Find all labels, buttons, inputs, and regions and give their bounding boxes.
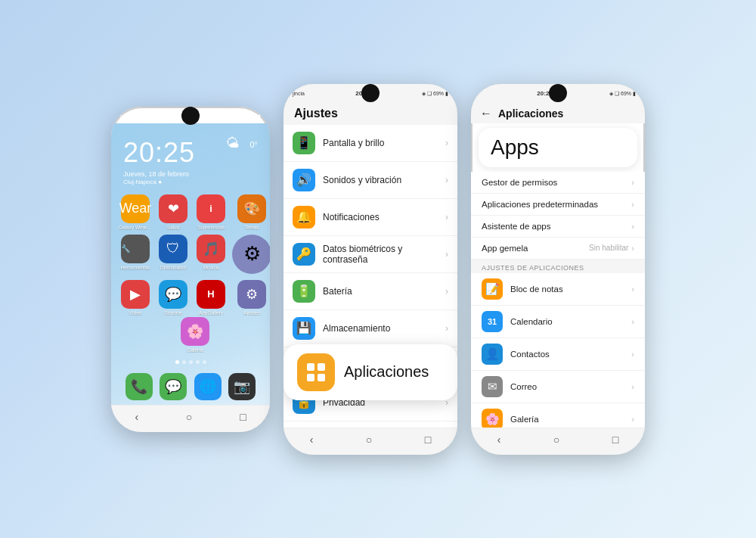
- optimizador-icon: 🛡: [159, 235, 187, 263]
- home-location: Cluj-Napoca ●: [123, 179, 258, 185]
- app-row-bloc[interactable]: 📝 Bloc de notas ›: [471, 273, 645, 306]
- status-right-2: ◈ ❑ 69% ▮: [422, 91, 448, 97]
- app-ajustes-grid[interactable]: ⚙: [232, 235, 270, 275]
- ajustes-icon: ⚙: [237, 280, 266, 309]
- settings-item-bateria[interactable]: 🔋 Batería ›: [284, 273, 457, 310]
- phone-home: ψ ⑤ ▶ ▲ 网4 20:25 ◈ ❑ 69% ▮ 🌤 20:25 Jueve…: [111, 107, 270, 432]
- nav-square-2[interactable]: □: [425, 434, 431, 446]
- svg-rect-2: [307, 374, 314, 381]
- settings-header: Ajustes: [284, 101, 457, 125]
- settings-item-almacenamiento[interactable]: 💾 Almacenamiento ›: [284, 310, 457, 347]
- nav-bar-3: ‹ ○ □: [471, 428, 645, 455]
- sugerencias-icon: i: [197, 194, 225, 223]
- settings-item-pantalla[interactable]: 📱 Pantalla y brillo ›: [284, 125, 457, 162]
- dot-2: [182, 360, 186, 364]
- contactos-label: Contactos: [510, 350, 624, 359]
- dock-camera[interactable]: 📷: [228, 373, 256, 400]
- section-ajustes-apps: AJUSTES DE APLICACIONES: [471, 260, 645, 273]
- page-dots: [111, 360, 270, 364]
- app-salud[interactable]: ❤ Salud: [156, 194, 190, 230]
- video-label: Vídeo: [119, 310, 152, 316]
- biometricos-label: Datos biométricos y contraseña: [323, 244, 438, 265]
- permisos-arrow: ›: [631, 178, 634, 187]
- apps-item-gemela[interactable]: App gemela Sin habilitar ›: [471, 238, 645, 260]
- correo-icon: ✉: [482, 376, 503, 397]
- pantalla-arrow: ›: [445, 138, 448, 148]
- status-left-1: ψ ⑤ ▶ ▲ 网4: [120, 113, 152, 120]
- biometricos-arrow: ›: [445, 249, 448, 260]
- appgallery-label: AppGallery: [194, 310, 228, 316]
- app-ajustes[interactable]: ⚙ Ajustes: [232, 280, 270, 316]
- bloc-label: Bloc de notas: [510, 285, 624, 294]
- app-wear[interactable]: Wear Galaxy Weara...: [119, 194, 152, 230]
- bloc-arrow: ›: [631, 285, 634, 294]
- ajustes-large-icon: ⚙: [232, 235, 270, 274]
- app-row-calendario[interactable]: 31 Calendario ›: [471, 306, 645, 338]
- svg-rect-1: [318, 363, 325, 371]
- salud-label: Salud: [156, 225, 190, 230]
- sonidos-label: Sonidos y vibración: [323, 175, 438, 185]
- dock-messages[interactable]: 💬: [160, 373, 187, 400]
- nav-back-2[interactable]: ‹: [310, 434, 314, 446]
- nav-home-3[interactable]: ○: [553, 434, 559, 446]
- app-galeria[interactable]: 🌸 Galería: [178, 317, 212, 353]
- app-row-galeria[interactable]: 🌸 Galería ›: [471, 403, 645, 428]
- video-icon: ▶: [121, 280, 150, 309]
- app-herramientas[interactable]: 🔧 Herramientas: [119, 235, 152, 275]
- app-appgallery[interactable]: H AppGallery: [194, 280, 228, 316]
- apps-item-permisos[interactable]: Gestor de permisos ›: [471, 172, 645, 194]
- nav-bar-2: ‹ ○ □: [284, 428, 457, 455]
- app-optimizador[interactable]: 🛡 Optimizador: [156, 235, 190, 275]
- apps-item-predeterminadas[interactable]: Aplicaciones predeterminadas ›: [471, 194, 645, 216]
- home-time-widget: 🌤 20:25 Jueves, 18 de febrero Cluj-Napoc…: [111, 123, 270, 188]
- svg-rect-3: [318, 374, 325, 381]
- musica-label: Música: [194, 265, 228, 270]
- apps-header: ← Aplicaciones: [471, 101, 645, 123]
- nav-home-1[interactable]: ○: [186, 411, 192, 423]
- apps-title-bubble: Apps: [479, 128, 637, 167]
- back-arrow[interactable]: ←: [480, 107, 492, 120]
- wear-label: Galaxy Weara...: [119, 225, 152, 230]
- app-video[interactable]: ▶ Vídeo: [119, 280, 152, 316]
- appgallery-icon: H: [197, 280, 225, 309]
- dock-browser[interactable]: 🌐: [194, 373, 222, 400]
- app-temas[interactable]: 🎨 Temas: [232, 194, 270, 230]
- galeria-label: Galería: [178, 347, 212, 353]
- nav-bar-1: ‹ ○ □: [111, 405, 270, 432]
- aplicaciones-bubble[interactable]: Aplicaciones: [284, 344, 457, 400]
- app-row-correo[interactable]: ✉ Correo ›: [471, 371, 645, 403]
- settings-item-notif[interactable]: 🔔 Notificaciones ›: [284, 199, 457, 236]
- nav-square-1[interactable]: □: [240, 411, 246, 423]
- notif-arrow: ›: [445, 212, 448, 222]
- status-right-1: ◈ ❑ 69% ▮: [234, 114, 261, 120]
- settings-item-sonidos[interactable]: 🔊 Sonidos y vibración ›: [284, 162, 457, 199]
- apps-item-asistente[interactable]: Asistente de apps ›: [471, 216, 645, 238]
- asistente-label: Asistente de apps: [482, 222, 628, 231]
- settings-item-ubicacion[interactable]: 📍 Acceso a la ubicación ›: [284, 421, 457, 428]
- weather-icon: 🌤: [226, 135, 240, 151]
- salud-icon: ❤: [159, 194, 187, 223]
- bateria-arrow: ›: [445, 286, 448, 297]
- dock-phone[interactable]: 📞: [125, 373, 153, 400]
- app-sugerencias[interactable]: i Sugerencias: [194, 194, 228, 230]
- soporte-icon: 💬: [159, 280, 187, 309]
- aplicaciones-bubble-label: Aplicaciones: [344, 363, 429, 381]
- dot-3: [189, 360, 193, 364]
- settings-item-biometricos[interactable]: 🔑 Datos biométricos y contraseña ›: [284, 236, 457, 273]
- correo-arrow: ›: [631, 382, 634, 391]
- home-temp: 0°: [249, 140, 258, 149]
- nav-back-1[interactable]: ‹: [135, 411, 138, 423]
- temas-icon: 🎨: [237, 194, 266, 223]
- nav-back-3[interactable]: ‹: [497, 434, 501, 446]
- app-musica[interactable]: 🎵 Música: [194, 235, 228, 275]
- nav-square-3[interactable]: □: [612, 434, 618, 446]
- grid-icon: [305, 362, 327, 383]
- contactos-arrow: ›: [631, 350, 634, 359]
- nav-home-2[interactable]: ○: [366, 434, 372, 446]
- app-row-contactos[interactable]: 👤 Contactos ›: [471, 338, 645, 371]
- galeria-app-icon: 🌸: [482, 409, 503, 428]
- app-soporte[interactable]: 💬 Soporte: [156, 280, 190, 316]
- sonidos-arrow: ›: [445, 175, 448, 185]
- galeria-app-arrow: ›: [631, 415, 634, 424]
- bateria-icon: 🔋: [293, 280, 315, 303]
